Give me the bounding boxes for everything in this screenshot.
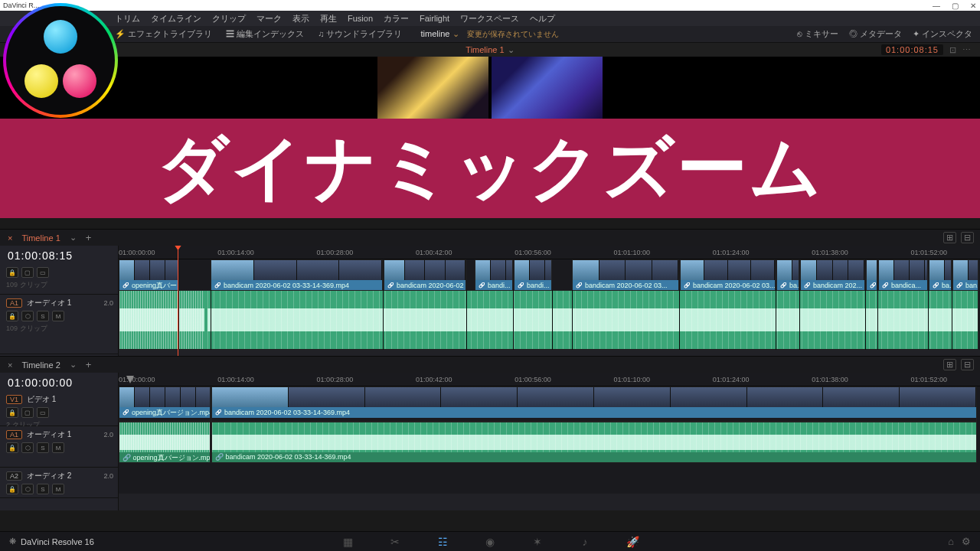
video-clip[interactable]: bandicam 202... — [800, 259, 865, 290]
video-clip[interactable]: opening真バージョ...mp4 — [119, 259, 178, 290]
app-name: DaVinci Resolve 16 — [9, 536, 94, 546]
timeline-options-icon[interactable]: ⊟ — [961, 232, 974, 243]
metadata-button[interactable]: ◎ メタデータ — [849, 28, 902, 40]
ruler-tick: 01:00:28:00 — [317, 249, 354, 256]
video-clip[interactable]: bandica... — [878, 259, 928, 290]
banner-text: ダイナミックズーム — [157, 121, 824, 216]
menu-playback[interactable]: 再生 — [320, 13, 337, 24]
timeline-view-icon[interactable]: ⊞ — [943, 232, 956, 243]
video-clip[interactable]: ba... — [776, 259, 799, 290]
frame-icon[interactable]: ▢ — [21, 267, 34, 278]
timeline2-audio2-lane[interactable] — [119, 463, 980, 494]
lock-icon[interactable]: 🔒 — [6, 407, 18, 418]
audio-clip[interactable] — [119, 290, 978, 350]
ruler-tick: 01:01:24:00 — [713, 249, 750, 256]
timeline1-audio-lane[interactable] — [119, 290, 980, 350]
title-banner: ダイナミックズーム — [0, 119, 980, 218]
ruler-tick: 01:01:24:00 — [713, 376, 750, 383]
mixer-button[interactable]: ⎋ ミキサー — [797, 28, 838, 40]
ruler-tick: 01:00:14:00 — [217, 376, 254, 383]
maximize-icon[interactable]: ▢ — [951, 2, 959, 9]
deliver-page-icon[interactable]: 🚀 — [624, 535, 641, 549]
timeline2-tab[interactable]: Timeline 2 — [21, 360, 60, 370]
video-clip[interactable]: bandicam 2020-06-02 03... — [572, 259, 679, 290]
video-clip[interactable] — [866, 259, 877, 290]
video-clip[interactable]: bandicam 2020-06-02 03-33-14-369.mp4 — [211, 386, 977, 422]
video-clip[interactable]: ba... — [929, 259, 952, 290]
audio-clip[interactable]: 🔗 opening真バージョン.mp4 — [119, 422, 211, 463]
ruler-tick: 01:00:42:00 — [416, 249, 452, 256]
ruler-tick: 01:01:38:00 — [812, 249, 848, 256]
menu-mark[interactable]: マーク — [256, 13, 282, 24]
inspector-button[interactable]: ✦ インスペクタ — [913, 28, 972, 40]
home-icon[interactable]: ⌂ — [948, 536, 954, 547]
close-icon[interactable]: ✕ — [969, 2, 977, 9]
video-clip[interactable]: bandi... — [475, 259, 513, 290]
mute-button[interactable]: M — [52, 311, 64, 321]
media-page-icon[interactable]: ▦ — [339, 535, 356, 549]
lock-icon[interactable]: 🔒 — [6, 267, 18, 278]
menu-fairlight[interactable]: Fairlight — [420, 14, 449, 23]
menu-timeline[interactable]: タイムライン — [151, 13, 201, 24]
fairlight-page-icon[interactable]: ♪ — [577, 535, 593, 549]
timeline1-panel: 01:00:08:15 🔒▢▭ 109 クリップ A1オーディオ 12.0 🔒⬡… — [0, 246, 980, 356]
menu-color[interactable]: カラー — [384, 13, 409, 24]
timeline1-ruler[interactable]: 01:00:00:0001:00:14:0001:00:28:0001:00:4… — [119, 246, 980, 259]
ruler-tick: 01:01:10:00 — [614, 376, 651, 383]
viewer-timecode: 01:00:08:15 — [881, 44, 943, 55]
ruler-tick: 01:00:00:00 — [119, 249, 155, 256]
menu-view[interactable]: 表示 — [292, 13, 309, 24]
timeline2-timecode: 01:00:00:00 — [0, 373, 118, 391]
edit-index-button[interactable]: ☰ 編集インデックス — [226, 28, 304, 40]
video-clip[interactable]: bandicam 2020-06-02 03-33-14-369.mp4 — [211, 259, 383, 290]
menu-help[interactable]: ヘルプ — [530, 13, 555, 24]
color-page-icon[interactable]: ✶ — [529, 535, 546, 549]
timeline2-ruler[interactable]: 01:00:00:0001:00:14:0001:00:28:0001:00:4… — [119, 373, 980, 386]
video-clip[interactable]: bandi... — [514, 259, 552, 290]
video-clip[interactable]: opening真バージョン.mp4 — [119, 386, 211, 422]
timeline1-tab-bar: × Timeline 1 ⌄ + ⊞ ⊟ — [0, 229, 980, 246]
ruler-tick: 01:00:56:00 — [514, 376, 551, 383]
menu-fusion[interactable]: Fusion — [348, 14, 373, 23]
toolbar: ⚡ エフェクトライブラリ ☰ 編集インデックス ♫ サウンドライブラリ time… — [0, 26, 980, 43]
unsaved-warning: 変更が保存されていません — [467, 29, 559, 40]
viewer-timeline-tab[interactable]: Timeline 1⌄ 01:00:08:15 ⊡ ⋯ — [0, 43, 980, 57]
view-icon[interactable]: ▭ — [37, 267, 49, 278]
playhead[interactable] — [178, 246, 178, 356]
solo-button[interactable]: S — [37, 442, 49, 453]
audio-clip[interactable]: 🔗 bandicam 2020-06-02 03-33-14-369.mp4 — [211, 422, 977, 463]
menu-workspace[interactable]: ワークスペース — [460, 13, 519, 24]
solo-button[interactable]: S — [37, 311, 49, 321]
add-timeline-button[interactable]: + — [86, 232, 92, 243]
settings-icon[interactable]: ⚙ — [962, 536, 971, 547]
timeline2-panel: 01:00:00:00 V1ビデオ 1 🔒▢▭ 2 クリップ A1オーディオ 1… — [0, 373, 980, 510]
edit-page-icon[interactable]: ☷ — [434, 535, 451, 549]
menu-trim[interactable]: トリム — [115, 13, 140, 24]
effects-library-button[interactable]: ⚡ エフェクトライブラリ — [115, 28, 212, 40]
video-clip[interactable]: bandicam 2020-06-02 ... — [384, 259, 466, 290]
minimize-icon[interactable]: ― — [933, 2, 940, 9]
timeline2-tab-bar: × Timeline 2 ⌄ + ⊞ ⊟ — [0, 356, 980, 373]
sound-library-button[interactable]: ♫ サウンドライブラリ — [318, 28, 402, 40]
timeline2-video-lane[interactable]: opening真バージョン.mp4bandicam 2020-06-02 03-… — [119, 386, 980, 422]
fusion-page-icon[interactable]: ◉ — [482, 535, 498, 549]
curve-icon[interactable]: ⬡ — [21, 311, 34, 321]
timeline-options-icon[interactable]: ⊟ — [961, 359, 974, 370]
lock-icon[interactable]: 🔒 — [6, 311, 18, 321]
mute-button[interactable]: M — [52, 442, 64, 453]
timeline-selector[interactable]: timeline⌄ — [421, 29, 460, 39]
menu-clip[interactable]: クリップ — [212, 13, 246, 24]
viewer-menu-icon[interactable]: ⋯ — [962, 45, 971, 55]
lock-icon[interactable]: 🔒 — [6, 442, 18, 453]
timeline-view-icon[interactable]: ⊞ — [943, 359, 956, 370]
timeline2-audio1-lane[interactable]: 🔗 opening真バージョン.mp4🔗 bandicam 2020-06-02… — [119, 422, 980, 463]
video-clip[interactable]: ban... — [952, 259, 978, 290]
ruler-tick: 01:01:52:00 — [910, 249, 947, 256]
timeline1-video-lane[interactable]: opening真バージョ...mp4bandicam 2020-06-02 03… — [119, 259, 980, 290]
add-timeline-button[interactable]: + — [86, 359, 92, 370]
video-clip[interactable]: bandicam 2020-06-02 03... — [680, 259, 776, 290]
timeline1-tab[interactable]: Timeline 1 — [21, 233, 60, 243]
viewer-toggle-icon[interactable]: ⊡ — [949, 45, 956, 55]
ruler-tick: 01:01:10:00 — [614, 249, 651, 256]
cut-page-icon[interactable]: ✂ — [387, 535, 403, 549]
